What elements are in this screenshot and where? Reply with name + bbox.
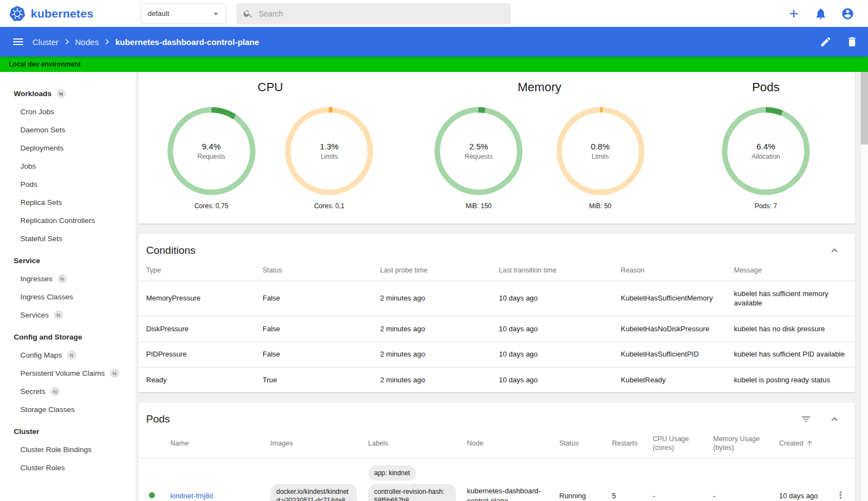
column-header-memory-usage[interactable]: Memory Usage (bytes) xyxy=(708,430,774,458)
breadcrumb-link-cluster[interactable]: Cluster xyxy=(32,37,59,47)
app-header: kubernetes default xyxy=(0,0,868,27)
vertical-scrollbar[interactable] xyxy=(860,72,868,501)
pods-card: Pods Name Images Lab xyxy=(138,403,855,501)
sidebar-item-config-maps[interactable]: Config Maps N xyxy=(0,346,136,364)
sidebar-group-label: Workloads xyxy=(14,90,52,98)
delete-resource-button[interactable] xyxy=(845,35,859,48)
hamburger-icon xyxy=(12,35,25,48)
gauge-percent: 6.4% xyxy=(756,142,775,151)
table-row: DiskPressure False 2 minutes ago 10 days… xyxy=(138,316,855,342)
gauge-caption: MiB: 150 xyxy=(433,202,524,210)
namespaced-badge: N xyxy=(51,387,60,396)
gauge-group-title: Pods xyxy=(677,80,855,94)
pods-title: Pods xyxy=(146,413,800,425)
sidebar-item-services[interactable]: Services N xyxy=(0,306,136,324)
namespaced-badge: N xyxy=(67,350,76,360)
sidebar-item-ingresses[interactable]: Ingresses N xyxy=(0,270,136,288)
filter-pods-button[interactable] xyxy=(800,413,812,425)
column-header-created[interactable]: Created xyxy=(774,430,826,458)
sidebar-group-workloads[interactable]: Workloads N xyxy=(0,85,136,103)
gauge-label: Limits xyxy=(592,153,609,160)
sidebar-section-config-storage: Config and Storage Config Maps N Persist… xyxy=(0,328,136,419)
sidebar-item-replication-controllers[interactable]: Replication Controllers xyxy=(0,211,136,230)
sidebar-item-secrets[interactable]: Secrets N xyxy=(0,382,136,400)
edit-resource-button[interactable] xyxy=(819,35,832,48)
gauge-percent: 2.5% xyxy=(469,142,488,151)
gauge-percent: 1.3% xyxy=(320,142,338,151)
sidebar-item-ingress-classes[interactable]: Ingress Classes xyxy=(0,288,136,306)
sidebar-item-persistent-volume-claims[interactable]: Persistent Volume Claims N xyxy=(0,364,136,382)
condition-probe-cell: 2 minutes ago xyxy=(372,342,491,368)
chevron-right-icon xyxy=(102,36,113,47)
column-header-restarts[interactable]: Restarts xyxy=(607,430,647,458)
scrollbar-thumb[interactable] xyxy=(861,72,868,144)
create-resource-button[interactable] xyxy=(787,7,800,20)
sidebar-group-cluster[interactable]: Cluster xyxy=(0,422,136,441)
column-header-cpu-usage[interactable]: CPU Usage (cores) xyxy=(647,430,708,458)
allocation-card: CPU 9.4% Requests Cores: 0,75 xyxy=(138,72,855,224)
pod-name-link[interactable]: kindnet-fmj8d xyxy=(170,492,213,500)
sidebar-item-cluster-role-bindings[interactable]: Cluster Role Bindings xyxy=(0,441,136,459)
gauge-label: Requests xyxy=(465,153,493,160)
plus-icon xyxy=(787,7,800,20)
sidebar-item-label: Jobs xyxy=(20,162,36,170)
condition-reason-cell: KubeletHasSufficientMemory xyxy=(613,281,726,316)
column-header-images[interactable]: Images xyxy=(265,430,363,458)
sidebar-section-cluster: Cluster Cluster Role Bindings Cluster Ro… xyxy=(0,422,136,477)
sidebar-item-pods[interactable]: Pods xyxy=(0,175,136,193)
sidebar-item-jobs[interactable]: Jobs xyxy=(0,157,136,175)
sidebar-group-config-and-storage[interactable]: Config and Storage xyxy=(0,328,136,346)
pod-memory-usage-cell: - xyxy=(708,458,774,501)
gauge-caption: MiB: 50 xyxy=(555,202,646,210)
menu-button[interactable] xyxy=(7,31,29,53)
condition-message-cell: kubelet has no disk pressure xyxy=(726,316,855,342)
sidebar-item-deployments[interactable]: Deployments xyxy=(0,139,136,157)
condition-type-cell: PIDPressure xyxy=(138,342,255,368)
breadcrumb-link-nodes[interactable]: Nodes xyxy=(75,37,99,47)
column-header-status: Status xyxy=(255,261,372,281)
sidebar-item-label: Ingresses xyxy=(20,275,53,283)
condition-transition-cell: 10 days ago xyxy=(491,367,613,392)
brand-wordmark: kubernetes xyxy=(31,7,93,20)
sidebar-item-replica-sets[interactable]: Replica Sets xyxy=(0,193,136,211)
gauge-group-title: Memory xyxy=(402,80,677,94)
namespace-selector[interactable]: default xyxy=(141,3,226,24)
environment-banner-text: Local dev environment xyxy=(9,60,81,68)
column-header-name[interactable]: Name xyxy=(165,430,265,458)
sidebar-item-stateful-sets[interactable]: Stateful Sets xyxy=(0,230,136,248)
gauge-percent: 0.8% xyxy=(591,142,610,151)
header-actions xyxy=(787,7,868,20)
pod-labels-cell: app: kindnet controller-revision-hash: 5… xyxy=(363,458,461,501)
search-bar xyxy=(236,3,511,24)
column-header-status[interactable]: Status xyxy=(554,430,607,458)
column-header-labels[interactable]: Labels xyxy=(363,430,461,458)
conditions-card: Conditions Type Status Last probe time L… xyxy=(138,234,855,392)
sidebar-item-storage-classes[interactable]: Storage Classes xyxy=(0,400,136,419)
sidebar-group-label: Cluster xyxy=(14,427,40,436)
sidebar-item-cluster-roles[interactable]: Cluster Roles xyxy=(0,459,136,477)
notifications-button[interactable] xyxy=(814,7,827,20)
collapse-pods-button[interactable] xyxy=(828,413,841,425)
pod-created-cell: 10 days ago xyxy=(774,458,826,501)
column-header-node[interactable]: Node xyxy=(461,430,554,458)
search-input[interactable] xyxy=(259,9,504,18)
pod-node-cell: kubernetes-dashboard-control-plane xyxy=(461,458,554,501)
condition-probe-cell: 2 minutes ago xyxy=(372,367,491,392)
sidebar-group-service[interactable]: Service xyxy=(0,252,136,270)
pod-images-cell: docker.io/kindest/kindnetd:v20230511-dc7… xyxy=(265,458,363,501)
main-content: CPU 9.4% Requests Cores: 0,75 xyxy=(136,72,868,501)
gauge-caption: Pods: 7 xyxy=(721,202,811,210)
condition-message-cell: kubelet has sufficient memory available xyxy=(726,281,855,316)
column-header-type: Type xyxy=(138,261,255,281)
sidebar-section-workloads: Workloads N Cron Jobs Daemon Sets Deploy… xyxy=(0,85,136,248)
account-button[interactable] xyxy=(841,7,854,20)
sidebar-item-cron-jobs[interactable]: Cron Jobs xyxy=(0,103,136,121)
kubernetes-home-link[interactable]: kubernetes xyxy=(0,5,141,22)
pod-actions-cell[interactable] xyxy=(826,458,855,501)
collapse-conditions-button[interactable] xyxy=(828,244,841,257)
condition-message-cell: kubelet is posting ready status xyxy=(726,367,855,392)
sidebar-section-service: Service Ingresses N Ingress Classes Serv… xyxy=(0,252,136,324)
breadcrumb: Cluster Nodes kubernetes-dashboard-contr… xyxy=(32,36,259,47)
sidebar-item-daemon-sets[interactable]: Daemon Sets xyxy=(0,121,136,139)
dropdown-arrow-icon xyxy=(210,8,221,19)
